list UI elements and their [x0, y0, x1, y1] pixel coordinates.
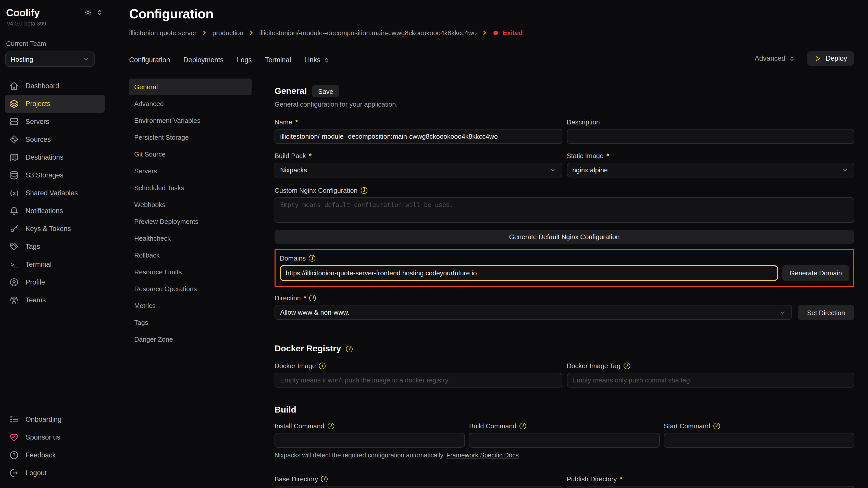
- deploy-button[interactable]: Deploy: [807, 51, 854, 66]
- bell-icon: [9, 206, 19, 216]
- info-icon[interactable]: i: [346, 346, 353, 352]
- sidebar-item-label: Teams: [26, 296, 46, 304]
- subnav-persistent-storage[interactable]: Persistent Storage: [129, 129, 252, 146]
- tab-configuration[interactable]: Configuration: [129, 56, 170, 64]
- collapse-sidebar-icon[interactable]: [96, 9, 103, 16]
- publish-directory-input[interactable]: [567, 486, 854, 488]
- terminal-icon: >_: [9, 261, 19, 268]
- subnav-healthcheck[interactable]: Healthcheck: [129, 230, 252, 247]
- save-button[interactable]: Save: [312, 85, 339, 97]
- breadcrumb-application[interactable]: illicitestonion/-module--decomposition:m…: [259, 29, 477, 37]
- generate-nginx-config-button[interactable]: Generate Default Nginx Configuration: [275, 230, 854, 244]
- info-icon[interactable]: i: [624, 362, 630, 369]
- sidebar-item-label: Terminal: [26, 261, 52, 268]
- required-marker: *: [309, 152, 312, 159]
- subnav-advanced[interactable]: Advanced: [129, 95, 252, 112]
- info-icon[interactable]: i: [309, 294, 316, 301]
- advanced-menu[interactable]: Advanced: [755, 55, 796, 62]
- info-icon[interactable]: i: [713, 422, 720, 429]
- sidebar-item-tags[interactable]: Tags: [5, 238, 104, 256]
- sidebar-item-sponsor-us[interactable]: Sponsor us: [5, 428, 104, 446]
- subnav-danger-zone[interactable]: Danger Zone: [129, 331, 252, 348]
- sidebar-item-notifications[interactable]: Notifications: [5, 202, 104, 220]
- info-icon[interactable]: i: [327, 422, 334, 429]
- sidebar-item-projects[interactable]: Projects: [5, 95, 104, 113]
- sidebar-item-label: Dashboard: [26, 82, 59, 90]
- docker-image-tag-input[interactable]: [567, 373, 854, 388]
- build-command-input[interactable]: [469, 433, 660, 448]
- subnav-rollback[interactable]: Rollback: [129, 247, 252, 264]
- sidebar-item-terminal[interactable]: >_ Terminal: [5, 256, 104, 273]
- info-icon[interactable]: i: [309, 255, 316, 261]
- base-directory-input[interactable]: [275, 486, 562, 488]
- home-icon: [9, 81, 19, 91]
- chevron-down-icon: [82, 56, 89, 63]
- sidebar-item-feedback[interactable]: Feedback: [5, 446, 104, 464]
- sidebar-item-label: Logout: [26, 469, 47, 477]
- team-select[interactable]: Hosting: [5, 52, 95, 67]
- static-image-select[interactable]: nginx:alpine: [567, 163, 854, 177]
- subnav-preview-deployments[interactable]: Preview Deployments: [129, 213, 252, 230]
- build-pack-select[interactable]: Nixpacks: [275, 163, 562, 177]
- status-badge: Exited: [503, 29, 523, 37]
- framework-docs-link[interactable]: Framework Specific Docs: [446, 452, 519, 459]
- sidebar-item-s3-storages[interactable]: S3 Storages: [5, 166, 104, 184]
- subnav-tags[interactable]: Tags: [129, 314, 252, 331]
- install-command-input[interactable]: [275, 433, 465, 448]
- nginx-config-textarea[interactable]: [275, 197, 854, 223]
- breadcrumb-environment[interactable]: production: [212, 29, 243, 37]
- subnav-environment-variables[interactable]: Environment Variables: [129, 112, 252, 129]
- deploy-button-label: Deploy: [826, 55, 847, 62]
- nginx-config-label: Custom Nginx Configuration: [275, 186, 358, 194]
- subnav-resource-limits[interactable]: Resource Limits: [129, 264, 252, 281]
- sidebar-item-destinations[interactable]: Destinations: [5, 149, 104, 166]
- info-icon[interactable]: i: [520, 422, 526, 429]
- sidebar-item-onboarding[interactable]: Onboarding: [5, 411, 104, 428]
- breadcrumb-project[interactable]: illicitonion quote server: [129, 29, 196, 37]
- sidebar-item-label: Sponsor us: [26, 433, 60, 441]
- start-command-input[interactable]: [663, 433, 854, 448]
- git-icon: [9, 135, 19, 144]
- sidebar-item-sources[interactable]: Sources: [5, 131, 104, 149]
- domains-input[interactable]: [280, 265, 778, 281]
- subnav-webhooks[interactable]: Webhooks: [129, 196, 252, 213]
- sidebar-item-keys-tokens[interactable]: Keys & Tokens: [5, 220, 104, 238]
- name-label: Name: [275, 118, 292, 126]
- sidebar-item-profile[interactable]: Profile: [5, 273, 104, 291]
- tab-links[interactable]: Links: [304, 56, 330, 64]
- subnav-resource-operations[interactable]: Resource Operations: [129, 281, 252, 297]
- static-image-value: nginx:alpine: [572, 166, 608, 174]
- sidebar-item-shared-variables[interactable]: (x) Shared Variables: [5, 184, 104, 202]
- brand-logo[interactable]: Coolify: [6, 7, 47, 19]
- name-input[interactable]: [275, 129, 562, 144]
- subnav-servers[interactable]: Servers: [129, 163, 252, 180]
- subnav-general[interactable]: General: [129, 78, 252, 95]
- info-icon[interactable]: i: [361, 187, 367, 194]
- set-direction-button[interactable]: Set Direction: [798, 305, 854, 320]
- theme-sun-icon[interactable]: [84, 9, 92, 16]
- sidebar-item-dashboard[interactable]: Dashboard: [5, 77, 104, 95]
- generate-domain-button[interactable]: Generate Domain: [782, 265, 849, 281]
- description-input[interactable]: [567, 129, 854, 144]
- sidebar-item-teams[interactable]: Teams: [5, 291, 104, 309]
- tab-terminal[interactable]: Terminal: [265, 56, 291, 64]
- docker-image-input[interactable]: [275, 373, 562, 388]
- sidebar-item-label: Notifications: [26, 207, 63, 215]
- tab-logs[interactable]: Logs: [237, 56, 252, 64]
- subnav-git-source[interactable]: Git Source: [129, 146, 252, 163]
- direction-select[interactable]: Allow www & non-www.: [275, 305, 792, 320]
- domains-label: Domains: [280, 254, 306, 262]
- info-icon[interactable]: i: [321, 476, 328, 482]
- build-pack-label: Build Pack: [275, 152, 306, 159]
- publish-directory-label: Publish Directory: [567, 475, 617, 483]
- sidebar-item-label: Tags: [26, 243, 40, 250]
- info-icon[interactable]: i: [319, 362, 326, 369]
- subnav-metrics[interactable]: Metrics: [129, 297, 252, 314]
- sidebar-item-logout[interactable]: Logout: [5, 464, 104, 482]
- base-directory-label: Base Directory: [275, 475, 318, 483]
- chevron-right-icon: [201, 30, 208, 36]
- subnav-scheduled-tasks[interactable]: Scheduled Tasks: [129, 180, 252, 196]
- sidebar-item-servers[interactable]: Servers: [5, 113, 104, 131]
- tab-deployments[interactable]: Deployments: [183, 56, 224, 64]
- sidebar-item-label: Servers: [26, 118, 49, 125]
